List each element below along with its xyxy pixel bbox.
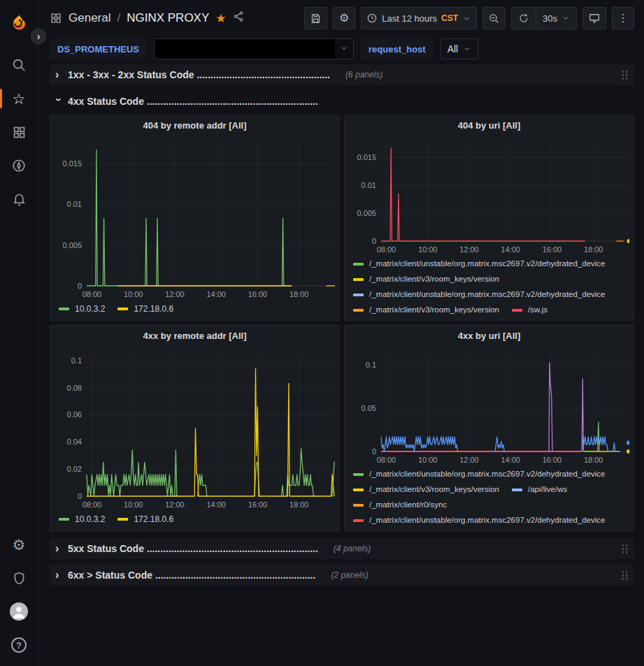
row-6xx[interactable]: › 6xx > Status Code ....................…	[50, 565, 634, 586]
svg-text:16:00: 16:00	[248, 290, 268, 298]
timezone-label: CST	[441, 13, 458, 23]
bell-icon	[12, 192, 27, 207]
legend-item[interactable]: /_matrix/client/unstable/org.matrix.msc2…	[353, 467, 606, 482]
timeseries-chart[interactable]: 08:0010:0012:0014:0016:0018:0000.050.1	[349, 347, 629, 467]
legend-swatch	[353, 473, 364, 476]
timeseries-chart[interactable]: 08:0010:0012:0014:0016:0018:0000.0050.01…	[55, 136, 335, 301]
legend-item[interactable]: /_matrix/client/v3/room_keys/version	[353, 482, 499, 497]
svg-text:18:00: 18:00	[289, 500, 309, 509]
datasource-value-redacted	[155, 39, 335, 59]
clock-icon	[366, 13, 378, 24]
time-range-picker[interactable]: Last 12 hours CST	[361, 7, 477, 29]
help-icon: ?	[11, 637, 27, 653]
breadcrumb: General / NGINX PROXY ★	[50, 10, 245, 26]
zoom-out-time-button[interactable]	[482, 7, 506, 29]
legend-item[interactable]: /_matrix/client/v3/room_keys/version	[353, 272, 499, 287]
chevron-down-icon	[561, 14, 570, 22]
legend-item[interactable]: /_matrix/client/unstable/org.matrix.msc2…	[353, 256, 606, 271]
legend-item[interactable]: /_matrix/client/r0/sync	[353, 498, 447, 512]
row-1xx-3xx-2xx[interactable]: › 1xx - 3xx - 2xx Status Code ..........…	[50, 64, 634, 85]
row-collapse-arrow: ›	[55, 68, 62, 81]
row-panel-count: (6 panels)	[345, 70, 382, 80]
panel-4xx-by-uri: 4xx by uri [All] 08:0010:0012:0014:0016:…	[344, 325, 634, 531]
panel-4xx-by-remote-addr: 4xx by remote addr [All] 08:0010:0012:00…	[50, 325, 340, 531]
row-title: 1xx - 3xx - 2xx Status Code ............…	[68, 69, 330, 80]
share-icon[interactable]	[233, 10, 245, 26]
sidebar-item-configuration[interactable]: ⚙	[5, 533, 33, 556]
panel-title[interactable]: 404 by uri [All]	[349, 115, 629, 136]
sidebar-item-explore[interactable]	[5, 154, 33, 178]
dashboard-settings-button[interactable]: ⚙	[333, 7, 355, 29]
legend-item[interactable]: /_matrix/client/unstable/org.matrix.msc2…	[353, 287, 606, 302]
sidebar-item-alerting[interactable]	[5, 187, 33, 211]
refresh-icon	[518, 13, 529, 24]
row-4xx[interactable]: › 4xx Status Code ......................…	[50, 91, 634, 112]
breadcrumb-folder[interactable]: General	[69, 11, 110, 25]
favorite-star-icon[interactable]: ★	[215, 11, 226, 26]
svg-text:0.01: 0.01	[67, 200, 82, 208]
row-drag-handle[interactable]	[621, 70, 629, 80]
sidebar-item-dashboards[interactable]	[5, 120, 33, 144]
row-drag-handle[interactable]	[621, 544, 629, 554]
svg-text:14:00: 14:00	[206, 500, 226, 509]
timeseries-chart[interactable]: 08:0010:0012:0014:0016:0018:0000.020.040…	[55, 347, 335, 511]
legend-label: /api/live/ws	[528, 482, 567, 497]
grafana-logo[interactable]	[8, 12, 29, 33]
row-drag-handle[interactable]	[621, 570, 629, 581]
time-range-label: Last 12 hours	[382, 13, 437, 24]
legend-item[interactable]: /sw.js	[512, 303, 548, 315]
panel-title[interactable]: 4xx by uri [All]	[349, 326, 629, 347]
legend-item[interactable]: /api/live/ws	[512, 482, 567, 497]
more-options-button[interactable]: ⋮	[612, 7, 634, 29]
svg-text:12:00: 12:00	[459, 245, 479, 254]
svg-text:10:00: 10:00	[124, 290, 143, 298]
panel-404-by-remote-addr: 404 by remote addr [All] 08:0010:0012:00…	[50, 115, 340, 321]
gear-icon: ⚙	[339, 13, 349, 24]
user-avatar[interactable]	[5, 600, 33, 623]
legend-item[interactable]: 10.0.3.2	[59, 304, 105, 314]
sidebar-item-help[interactable]: ?	[5, 633, 33, 657]
legend-item[interactable]: 172.18.0.6	[117, 304, 173, 314]
sidebar-item-starred[interactable]: ☆	[5, 87, 33, 110]
panel-title[interactable]: 4xx by remote addr [All]	[55, 326, 335, 347]
legend-item[interactable]: 10.0.3.2	[59, 514, 105, 524]
svg-text:0.08: 0.08	[67, 384, 82, 392]
row-collapse-arrow: ›	[55, 542, 62, 555]
legend-item[interactable]: /_matrix/client/v3/room_keys/version	[353, 303, 499, 315]
legend-swatch	[353, 504, 364, 507]
refresh-button[interactable]	[512, 8, 536, 29]
dashboard-title[interactable]: NGINX PROXY	[127, 11, 209, 25]
timeseries-chart[interactable]: 08:0010:0012:0014:0016:0018:0000.0050.01…	[349, 136, 629, 256]
search-icon[interactable]	[5, 53, 33, 77]
panel-title[interactable]: 404 by remote addr [All]	[55, 115, 335, 136]
svg-text:0.06: 0.06	[67, 410, 82, 419]
legend-label: 10.0.3.2	[75, 514, 105, 524]
datasource-dropdown[interactable]	[154, 38, 354, 59]
legend-item[interactable]: 172.18.0.6	[117, 514, 173, 524]
sidebar-expand-toggle[interactable]: ›	[31, 29, 46, 44]
row-panel-count: (2 panels)	[331, 570, 368, 580]
svg-text:0.05: 0.05	[362, 404, 376, 412]
svg-text:18:00: 18:00	[584, 456, 603, 464]
row-title: 4xx Status Code ........................…	[68, 96, 318, 107]
svg-text:0.01: 0.01	[362, 181, 376, 189]
svg-text:0.005: 0.005	[357, 209, 376, 217]
svg-text:10:00: 10:00	[418, 456, 438, 464]
row-expand-arrow: ›	[52, 98, 65, 105]
sidebar-item-server-admin[interactable]	[5, 566, 33, 590]
svg-text:0.015: 0.015	[62, 159, 82, 168]
legend-swatch	[59, 307, 69, 310]
request-host-dropdown[interactable]: All	[441, 38, 479, 59]
dashboard-toolbar: ⚙ Last 12 hours CST	[304, 7, 634, 29]
refresh-interval-dropdown[interactable]: 30s	[536, 8, 576, 29]
save-dashboard-button[interactable]	[304, 7, 327, 29]
shield-icon	[12, 571, 27, 586]
tv-mode-button[interactable]	[582, 7, 606, 29]
legend-item[interactable]: /_matrix/client/unstable/org.matrix.msc2…	[353, 513, 606, 526]
svg-text:0: 0	[78, 492, 82, 500]
row-5xx[interactable]: › 5xx Status Code ......................…	[50, 538, 634, 559]
legend-label: /_matrix/client/unstable/org.matrix.msc2…	[369, 513, 606, 526]
legend-label: /_matrix/client/v3/room_keys/version	[369, 272, 499, 287]
legend-label: /_matrix/client/v3/room_keys/version	[369, 303, 499, 315]
save-icon	[310, 13, 322, 24]
